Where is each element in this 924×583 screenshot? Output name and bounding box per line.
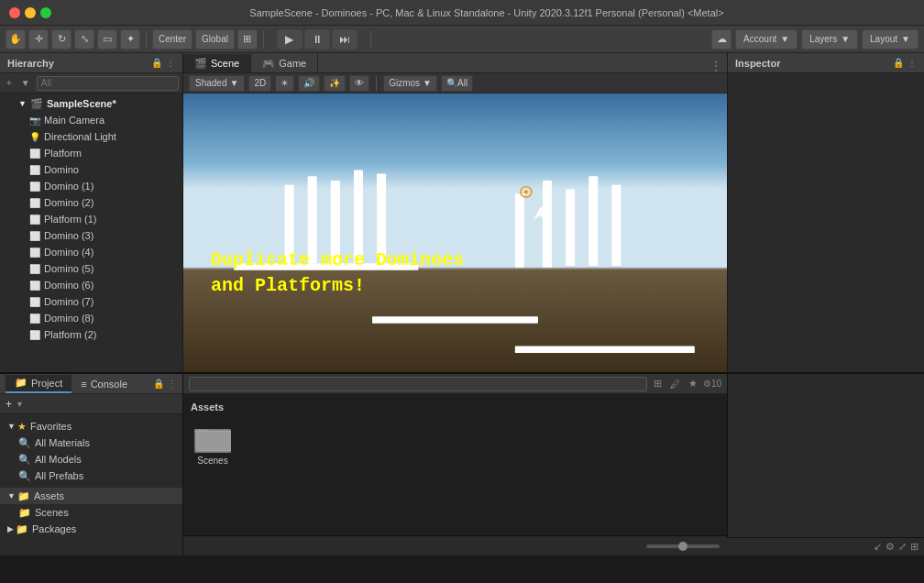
inspector-header: Inspector 🔒 ⋮ (728, 53, 924, 73)
shading-dropdown[interactable]: Shaded ▼ (189, 75, 245, 92)
global-toggle-button[interactable]: Global (195, 29, 235, 50)
assets-label: Assets (34, 490, 64, 501)
assets-search-input[interactable] (189, 377, 647, 391)
object-icon: ⬜ (29, 330, 40, 340)
collapse-icon[interactable]: ↙ (874, 541, 882, 553)
hierarchy-item-main-camera[interactable]: 📷 Main Camera (0, 112, 182, 128)
assets-section[interactable]: ▼ 📁 Assets (0, 488, 182, 504)
inspector-panel: Inspector 🔒 ⋮ (727, 53, 924, 372)
overlay-line1: Duplicate more Dominoes (211, 248, 464, 273)
game-viewport[interactable]: Duplicate more Dominoes and Platforms! (183, 94, 727, 372)
hierarchy-item-domino-7[interactable]: ⬜ Domino (7) (0, 293, 182, 310)
hierarchy-item-directional-light[interactable]: 💡 Directional Light (0, 128, 182, 145)
layout-dropdown[interactable]: Layout ▼ (862, 29, 918, 50)
minimize-button[interactable] (25, 7, 36, 18)
packages-section[interactable]: ▶ 📁 Packages (0, 521, 182, 537)
hierarchy-item-platform-1[interactable]: ⬜ Platform (1) (0, 211, 182, 227)
maximize-button[interactable] (40, 7, 51, 18)
close-button[interactable] (9, 7, 20, 18)
project-tab[interactable]: 📁 Project (6, 375, 72, 393)
hierarchy-item-domino-5[interactable]: ⬜ Domino (5) (0, 260, 182, 277)
fx-toggle[interactable]: ✨ (324, 75, 346, 92)
hierarchy-item-domino-1[interactable]: ⬜ Domino (1) (0, 178, 182, 194)
scene-tab-label: Scene (211, 58, 239, 69)
hierarchy-dropdown-icon[interactable]: ▼ (18, 78, 33, 88)
center-toggle-button[interactable]: Center (152, 29, 192, 50)
2d-toggle[interactable]: 2D (248, 75, 271, 92)
hand-tool-button[interactable]: ✋ (6, 29, 26, 50)
grid-button[interactable]: ⊞ (237, 29, 258, 50)
console-tab-label: Console (91, 379, 127, 390)
hierarchy-lock-icon[interactable]: 🔒 (151, 58, 162, 68)
project-tree: ▼ ★ Favorites 🔍 All Materials 🔍 All Mode… (0, 414, 182, 556)
inspector-lock-icon[interactable]: 🔒 (893, 58, 904, 68)
all-prefabs-item[interactable]: 🔍 All Prefabs (0, 468, 182, 484)
scale-tool-button[interactable]: ⤡ (74, 29, 94, 50)
gizmos-label: Gizmos (389, 78, 420, 88)
project-lock-icon[interactable]: 🔒 (153, 379, 164, 389)
hierarchy-search-input[interactable] (37, 76, 179, 91)
play-button[interactable]: ▶ (277, 29, 302, 50)
settings-icon[interactable]: ⚙ (886, 541, 895, 553)
hierarchy-item-platform[interactable]: ⬜ Platform (0, 145, 182, 161)
scene-tab[interactable]: 🎬 Scene (183, 54, 251, 72)
search-icon: 🔍 (18, 470, 31, 482)
hierarchy-item-samplescene[interactable]: ▼ 🎬 SampleScene* (0, 95, 182, 112)
hierarchy-item-domino-2[interactable]: ⬜ Domino (2) (0, 194, 182, 211)
hierarchy-item-domino-3[interactable]: ⬜ Domino (3) (0, 227, 182, 244)
all-materials-item[interactable]: 🔍 All Materials (0, 434, 182, 451)
hierarchy-panel: Hierarchy 🔒 ⋮ + ▼ ▼ 🎬 SampleScene* 📷 Mai… (0, 53, 183, 372)
assets-star-button[interactable]: ★ (686, 377, 700, 391)
assets-grid: Scenes (191, 420, 720, 469)
rect-tool-button[interactable]: ▭ (97, 29, 117, 50)
project-menu-icon[interactable]: ⋮ (168, 379, 177, 389)
favorites-star-icon: ★ (17, 421, 27, 433)
hierarchy-item-domino-6[interactable]: ⬜ Domino (6) (0, 277, 182, 293)
zoom-slider[interactable] (646, 544, 720, 548)
console-tab[interactable]: ≡ Console (72, 375, 137, 393)
move-tool-button[interactable]: ✛ (28, 29, 49, 50)
game-tab[interactable]: 🎮 Game (251, 54, 318, 72)
gizmos-dropdown[interactable]: Gizmos ▼ (383, 75, 437, 92)
scenes-asset-item[interactable]: Scenes (191, 420, 235, 469)
account-dropdown[interactable]: Account ▼ (735, 29, 798, 50)
assets-folder-icon: 📁 (17, 490, 30, 502)
hierarchy-title: Hierarchy (7, 58, 54, 69)
lighting-toggle[interactable]: ☀ (275, 75, 294, 92)
hierarchy-item-domino-8[interactable]: ⬜ Domino (8) (0, 310, 182, 326)
scenes-label: Scenes (35, 507, 69, 518)
hierarchy-item-platform-2[interactable]: ⬜ Platform (2) (0, 326, 182, 343)
layers-dropdown[interactable]: Layers ▼ (801, 29, 858, 50)
transform-tool-button[interactable]: ✦ (120, 29, 140, 50)
step-button[interactable]: ⏭ (332, 29, 358, 50)
hierarchy-toolbar: + ▼ (0, 73, 182, 94)
assets-path-label: Assets (191, 402, 720, 412)
view-menu-icon[interactable]: ⋮ (710, 60, 721, 72)
popout-icon[interactable]: ⊞ (910, 541, 918, 553)
hierarchy-add-button[interactable]: + (4, 78, 15, 88)
zoom-slider-thumb[interactable] (678, 542, 688, 551)
assets-color-button[interactable]: 🖊 (668, 377, 683, 391)
scene-search[interactable]: 🔍 All (441, 75, 473, 92)
all-models-item[interactable]: 🔍 All Models (0, 451, 182, 468)
audio-toggle[interactable]: 🔊 (298, 75, 320, 92)
hierarchy-item-domino[interactable]: ⬜ Domino (0, 161, 182, 178)
inspector-menu-icon[interactable]: ⋮ (908, 58, 917, 68)
favorites-section[interactable]: ▼ ★ Favorites (0, 418, 182, 434)
resize-icon[interactable]: ⤢ (898, 541, 907, 553)
favorites-label: Favorites (30, 421, 72, 432)
hierarchy-menu-icon[interactable]: ⋮ (166, 58, 175, 68)
hierarchy-item-domino-4[interactable]: ⬜ Domino (4) (0, 244, 182, 260)
project-add-chevron-icon[interactable]: ▼ (16, 400, 24, 409)
scenes-tree-item[interactable]: 📁 Scenes (0, 504, 182, 521)
collab-icon[interactable]: ☁ (711, 29, 732, 50)
pause-button[interactable]: ⏸ (304, 29, 330, 50)
assets-content: Assets Scenes (183, 394, 727, 556)
project-add-button[interactable]: + (6, 398, 12, 411)
hierarchy-item-label: Domino (4) (44, 247, 94, 258)
assets-filter-button[interactable]: ⊞ (651, 377, 666, 391)
game-tab-icon: 🎮 (262, 58, 275, 70)
camera-icon: 📷 (29, 116, 40, 126)
rotate-tool-button[interactable]: ↻ (51, 29, 72, 50)
scene-view-options[interactable]: 👁 (349, 75, 369, 92)
